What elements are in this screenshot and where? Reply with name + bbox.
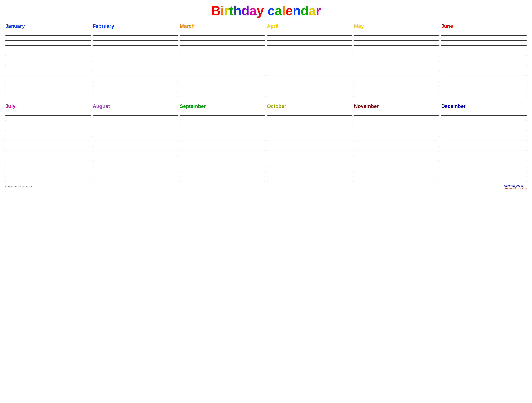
line	[5, 31, 91, 36]
line	[180, 51, 265, 56]
month-column-november: November	[354, 103, 440, 181]
line	[354, 176, 440, 181]
line	[5, 86, 91, 91]
line	[5, 46, 91, 51]
line	[180, 176, 265, 181]
line	[267, 156, 352, 161]
line	[354, 151, 440, 156]
line	[93, 131, 178, 136]
line	[267, 151, 352, 156]
line	[441, 136, 527, 141]
line	[5, 71, 91, 76]
line	[441, 66, 527, 71]
month-name-august: August	[93, 103, 178, 109]
lines-june	[441, 31, 527, 96]
month-name-june: June	[441, 23, 527, 29]
line	[180, 76, 265, 81]
line	[93, 166, 178, 171]
line	[5, 51, 91, 56]
line	[354, 36, 440, 41]
line	[93, 126, 178, 131]
line	[93, 61, 178, 66]
month-column-september: September	[180, 103, 265, 181]
calendar-grid: JanuaryFebruaryMarchAprilMayJuneJulyAugu…	[5, 23, 527, 181]
line	[267, 141, 352, 146]
line	[354, 131, 440, 136]
line	[5, 61, 91, 66]
line	[354, 61, 440, 66]
line	[441, 116, 527, 121]
month-column-april: April	[267, 23, 352, 96]
line	[354, 136, 440, 141]
line	[180, 146, 265, 151]
line	[354, 116, 440, 121]
line	[180, 46, 265, 51]
line	[93, 141, 178, 146]
line	[441, 126, 527, 131]
line	[180, 166, 265, 171]
line	[441, 110, 527, 116]
line	[180, 66, 265, 71]
line	[93, 46, 178, 51]
line	[441, 36, 527, 41]
lines-march	[180, 31, 265, 96]
line	[93, 161, 178, 166]
line	[180, 56, 265, 61]
line	[5, 76, 91, 81]
line	[267, 51, 352, 56]
line	[267, 110, 352, 116]
line	[5, 161, 91, 166]
line	[180, 116, 265, 121]
line	[93, 171, 178, 176]
line	[354, 161, 440, 166]
month-name-may: May	[354, 23, 440, 29]
line	[93, 41, 178, 46]
month-column-february: February	[93, 23, 178, 96]
footer-right: Calendarpedia Your source for calendars	[504, 184, 527, 189]
line	[5, 151, 91, 156]
line	[354, 166, 440, 171]
line	[354, 76, 440, 81]
month-column-january: January	[5, 23, 91, 96]
line	[93, 56, 178, 61]
line	[5, 141, 91, 146]
line	[5, 156, 91, 161]
line	[267, 61, 352, 66]
line	[441, 61, 527, 66]
line	[93, 36, 178, 41]
line	[5, 166, 91, 171]
line	[441, 46, 527, 51]
line	[354, 41, 440, 46]
line	[267, 56, 352, 61]
line	[354, 91, 440, 96]
line	[354, 110, 440, 116]
line	[354, 46, 440, 51]
month-column-october: October	[267, 103, 352, 181]
lines-april	[267, 31, 352, 96]
line	[93, 66, 178, 71]
lines-september	[180, 110, 265, 181]
line	[5, 81, 91, 86]
line	[267, 91, 352, 96]
line	[93, 136, 178, 141]
line	[5, 66, 91, 71]
month-name-november: November	[354, 103, 440, 109]
line	[267, 86, 352, 91]
line	[93, 76, 178, 81]
line	[180, 136, 265, 141]
line	[441, 156, 527, 161]
line	[267, 46, 352, 51]
line	[441, 131, 527, 136]
line	[93, 176, 178, 181]
line	[354, 81, 440, 86]
line	[441, 161, 527, 166]
line	[441, 41, 527, 46]
line	[441, 91, 527, 96]
lines-february	[93, 31, 178, 96]
lines-december	[441, 110, 527, 181]
line	[93, 91, 178, 96]
line	[180, 131, 265, 136]
line	[5, 36, 91, 41]
line	[441, 151, 527, 156]
line	[5, 56, 91, 61]
